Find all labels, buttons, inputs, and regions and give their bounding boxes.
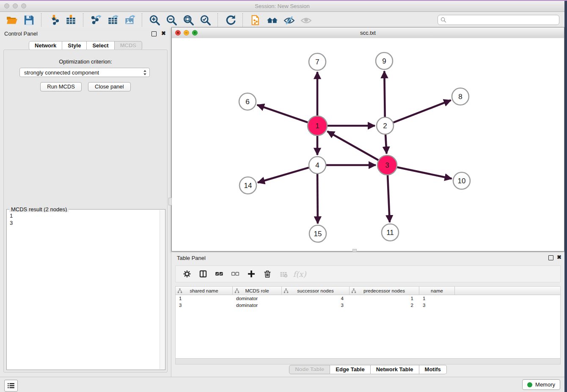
zoom-window-button[interactable] <box>21 3 26 8</box>
table-tab-network-table[interactable]: Network Table <box>371 365 419 374</box>
table-cell[interactable]: dominator <box>233 295 282 302</box>
graph-edge-3-10[interactable] <box>397 167 452 179</box>
table-cell[interactable]: 3 <box>282 302 350 309</box>
mcds-result-scrollbar[interactable] <box>160 210 165 369</box>
graph-edge-2-9[interactable] <box>384 71 385 117</box>
column-selector-button[interactable] <box>197 268 209 280</box>
new-network-from-selection-button[interactable] <box>247 13 264 27</box>
table-cell[interactable]: 2 <box>350 302 419 309</box>
graph-node-14[interactable]: 14 <box>239 177 256 194</box>
graph-node-10[interactable]: 10 <box>453 172 470 189</box>
float-panel-icon[interactable] <box>151 31 157 36</box>
mcds-result-item[interactable]: 1 <box>7 212 160 219</box>
delete-column-button[interactable] <box>261 268 274 280</box>
run-mcds-button[interactable]: Run MCDS <box>40 82 82 91</box>
graph-edge-2-3[interactable] <box>385 135 387 154</box>
graph-node-1[interactable]: 1 <box>308 116 327 135</box>
minimize-window-button[interactable] <box>13 3 18 8</box>
first-neighbors-button[interactable] <box>264 13 281 27</box>
graph-edge-2-8[interactable] <box>394 100 451 123</box>
close-panel-icon[interactable]: ✖ <box>161 30 166 36</box>
control-panel-title: Control Panel <box>4 30 38 37</box>
graph-node-4[interactable]: 4 <box>309 157 326 174</box>
column-header-successor-nodes[interactable]: successor nodes <box>282 287 350 295</box>
zoom-fit-button[interactable] <box>180 13 197 27</box>
attribute-settings-button[interactable] <box>181 268 193 280</box>
node-label: 2 <box>383 122 387 130</box>
horizontal-splitter-handle[interactable] <box>352 249 357 252</box>
network-minimize-button[interactable]: − <box>184 30 189 36</box>
network-canvas[interactable]: 7968124314101511 <box>172 38 564 251</box>
graph-node-3[interactable]: 3 <box>377 155 397 175</box>
table-row[interactable]: 3dominator323 <box>176 302 560 309</box>
network-zoom-button[interactable]: + <box>192 30 198 36</box>
graph-edge-3-11[interactable] <box>388 175 390 222</box>
column-header-shared-name[interactable]: shared name <box>176 287 233 295</box>
table-tab-node-table[interactable]: Node Table <box>289 365 330 374</box>
column-header-predecessor-nodes[interactable]: predecessor nodes <box>350 287 419 295</box>
export-table-button[interactable] <box>104 13 121 27</box>
select-all-columns-button[interactable] <box>213 268 226 280</box>
close-mcds-panel-button[interactable]: Close panel <box>88 82 131 91</box>
tab-select[interactable]: Select <box>87 41 114 50</box>
unselect-all-columns-button[interactable] <box>229 268 242 280</box>
graph-edge-4-14[interactable] <box>258 168 309 182</box>
open-session-button[interactable] <box>3 13 20 27</box>
fx-icon: f(x) <box>293 270 306 279</box>
zoom-in-button[interactable] <box>146 13 163 27</box>
network-close-button[interactable]: ✕ <box>175 30 181 36</box>
memory-button[interactable]: Memory <box>522 379 560 390</box>
node-label: 10 <box>458 177 466 185</box>
tab-style[interactable]: Style <box>62 41 87 50</box>
graph-node-6[interactable]: 6 <box>239 93 256 110</box>
hide-selected-button[interactable] <box>281 13 297 27</box>
table-cell[interactable]: 1 <box>419 295 455 302</box>
criterion-dropdown[interactable]: strongly connected component <box>19 68 150 77</box>
float-table-panel-icon[interactable] <box>548 255 553 260</box>
create-column-button[interactable] <box>245 268 258 280</box>
zoom-selected-button[interactable] <box>197 13 214 27</box>
import-table-button[interactable] <box>62 13 79 27</box>
graph-edge-3-1[interactable] <box>328 131 379 160</box>
table-cell[interactable]: 3 <box>419 302 455 309</box>
table-cell[interactable]: 1 <box>176 295 233 302</box>
graph-edge-4-15[interactable] <box>317 174 318 224</box>
graph-node-8[interactable]: 8 <box>452 88 469 105</box>
import-network-button[interactable] <box>45 13 62 27</box>
task-history-button[interactable] <box>4 380 18 392</box>
mcds-result-list[interactable]: 13 <box>7 212 160 369</box>
tab-mcds[interactable]: MCDS <box>115 41 142 50</box>
table-tab-motifs[interactable]: Motifs <box>419 365 447 374</box>
graph-node-15[interactable]: 15 <box>309 225 326 242</box>
graph-node-2[interactable]: 2 <box>377 117 394 134</box>
search-input[interactable] <box>438 15 559 25</box>
export-network-button[interactable] <box>87 13 104 27</box>
graph-node-9[interactable]: 9 <box>376 52 393 69</box>
table-cell[interactable]: dominator <box>233 302 282 309</box>
table-cell[interactable]: 3 <box>176 302 233 309</box>
network-window-titlebar[interactable]: ✕ − + scc.txt <box>172 28 564 39</box>
tab-network[interactable]: Network <box>29 41 62 50</box>
close-table-panel-icon[interactable]: ✖ <box>557 254 561 260</box>
graph-node-11[interactable]: 11 <box>382 224 399 241</box>
column-header-name[interactable]: name <box>419 287 455 295</box>
column-header-mcds-role[interactable]: MCDS role <box>233 287 282 295</box>
close-window-button[interactable] <box>4 3 9 8</box>
panel-splitter-handle[interactable] <box>168 198 172 205</box>
main-toolbar <box>0 12 564 28</box>
graph-edge-1-6[interactable] <box>257 105 308 122</box>
window-titlebar[interactable]: Session: New Session <box>0 1 564 12</box>
save-session-button[interactable] <box>20 13 37 27</box>
mcds-result-item[interactable]: 3 <box>7 219 160 226</box>
apply-layout-button[interactable] <box>222 13 239 27</box>
node-label: 6 <box>245 98 249 106</box>
graph-node-7[interactable]: 7 <box>309 53 326 70</box>
zoom-out-button[interactable] <box>163 13 180 27</box>
table-tab-edge-table[interactable]: Edge Table <box>330 365 370 374</box>
export-image-button[interactable] <box>121 13 138 27</box>
zoom-out-icon <box>166 14 177 26</box>
table-row[interactable]: 1dominator411 <box>176 295 560 302</box>
table-horizontal-scrollbar[interactable] <box>175 359 561 364</box>
table-cell[interactable]: 1 <box>350 295 419 302</box>
table-cell[interactable]: 4 <box>282 295 350 302</box>
